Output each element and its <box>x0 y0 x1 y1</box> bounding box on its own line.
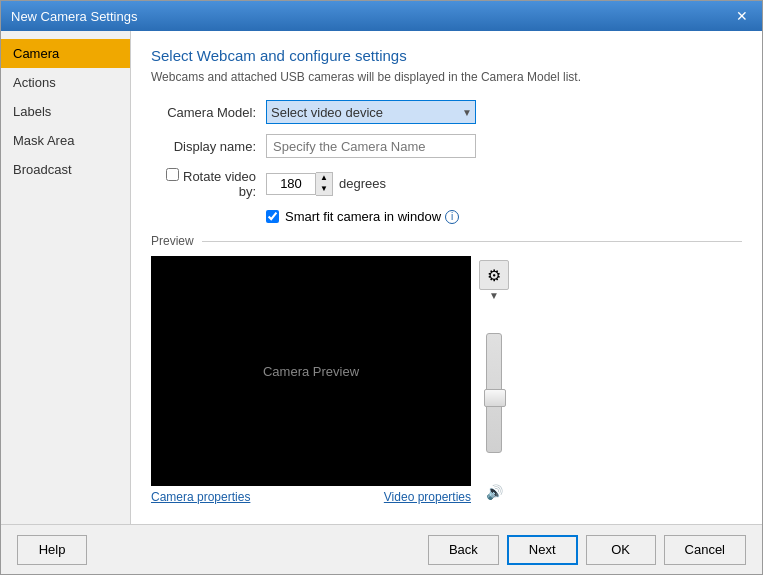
spinner-wrapper: ▲ ▼ degrees <box>266 172 386 196</box>
volume-slider-thumb[interactable] <box>484 389 506 407</box>
sidebar-item-labels[interactable]: Labels <box>1 97 130 126</box>
preview-area: Camera Preview Camera properties Video p… <box>151 256 742 504</box>
spinner-down-button[interactable]: ▼ <box>316 184 332 195</box>
preview-label: Preview <box>151 234 194 248</box>
volume-icon: 🔊 <box>486 484 503 500</box>
smart-fit-checkbox[interactable] <box>266 210 279 223</box>
sidebar-item-broadcast[interactable]: Broadcast <box>1 155 130 184</box>
sidebar-item-mask-area[interactable]: Mask Area <box>1 126 130 155</box>
preview-section: Preview Camera Preview Camera properties… <box>151 234 742 504</box>
main-content: Select Webcam and configure settings Web… <box>131 31 762 524</box>
video-properties-link[interactable]: Video properties <box>384 490 471 504</box>
dialog-body: Camera Actions Labels Mask Area Broadcas… <box>1 31 762 524</box>
window-title: New Camera Settings <box>11 9 137 24</box>
camera-model-row: Camera Model: Select video device ▼ <box>151 100 742 124</box>
preview-controls: ⚙ ▼ 🔊 <box>479 256 509 504</box>
rotate-value-input[interactable] <box>266 173 316 195</box>
preview-header: Preview <box>151 234 742 248</box>
nav-buttons: Back Next OK Cancel <box>428 535 746 565</box>
camera-model-select[interactable]: Select video device <box>266 100 476 124</box>
preview-links: Camera properties Video properties <box>151 490 471 504</box>
preview-video: Camera Preview <box>151 256 471 486</box>
next-button[interactable]: Next <box>507 535 578 565</box>
button-bar: Help Back Next OK Cancel <box>1 524 762 574</box>
title-bar: New Camera Settings ✕ <box>1 1 762 31</box>
dropdown-arrow-icon[interactable]: ▼ <box>489 290 499 301</box>
volume-slider-track[interactable] <box>486 333 502 453</box>
section-title: Select Webcam and configure settings <box>151 47 742 64</box>
display-name-input[interactable] <box>266 134 476 158</box>
rotate-row: Rotate video by: ▲ ▼ degrees <box>151 168 742 199</box>
info-icon[interactable]: i <box>445 210 459 224</box>
cancel-button[interactable]: Cancel <box>664 535 746 565</box>
camera-properties-link[interactable]: Camera properties <box>151 490 250 504</box>
dialog: New Camera Settings ✕ Camera Actions Lab… <box>0 0 763 575</box>
close-button[interactable]: ✕ <box>732 6 752 26</box>
ok-button[interactable]: OK <box>586 535 656 565</box>
preview-text: Camera Preview <box>263 364 359 379</box>
preview-divider <box>202 241 742 242</box>
back-button[interactable]: Back <box>428 535 499 565</box>
rotate-checkbox[interactable] <box>166 168 179 181</box>
rotate-label: Rotate video by: <box>151 168 266 199</box>
sidebar-item-actions[interactable]: Actions <box>1 68 130 97</box>
slider-container <box>486 301 502 484</box>
help-button[interactable]: Help <box>17 535 87 565</box>
sidebar-item-camera[interactable]: Camera <box>1 39 130 68</box>
section-desc: Webcams and attached USB cameras will be… <box>151 70 742 84</box>
degrees-label: degrees <box>339 176 386 191</box>
camera-model-label: Camera Model: <box>151 105 266 120</box>
spinner-buttons: ▲ ▼ <box>316 172 333 196</box>
preview-column: Camera Preview Camera properties Video p… <box>151 256 471 504</box>
spinner-up-button[interactable]: ▲ <box>316 173 332 184</box>
camera-model-select-wrapper: Select video device ▼ <box>266 100 476 124</box>
display-name-label: Display name: <box>151 139 266 154</box>
display-name-row: Display name: <box>151 134 742 158</box>
smart-fit-row: Smart fit camera in window i <box>266 209 742 224</box>
sidebar: Camera Actions Labels Mask Area Broadcas… <box>1 31 131 524</box>
gear-button[interactable]: ⚙ <box>479 260 509 290</box>
smart-fit-label: Smart fit camera in window <box>285 209 441 224</box>
